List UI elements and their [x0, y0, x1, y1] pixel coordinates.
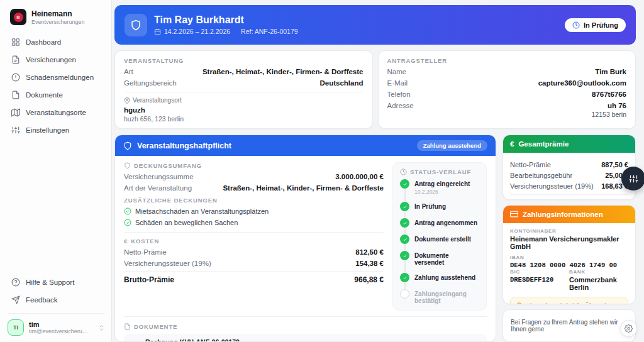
check-circle-icon	[124, 207, 131, 215]
reference-number: Ref: ANF-26-00179	[241, 28, 297, 35]
circle-icon	[400, 289, 409, 299]
premium-card: € Gesamtprämie Netto-Prämie 887,50 € Bea…	[502, 135, 636, 200]
policy-title: Veranstaltungshaftpflicht	[137, 141, 231, 150]
clock-icon	[572, 21, 580, 29]
applicant-card: ANTRAGSTELLER Name Tim Burk E-Mail captu…	[378, 50, 636, 129]
documents-section: DOKUMENTE Rechnung-KVH-ANF-26-00179 10.0…	[124, 323, 487, 342]
app-root: II Heinemann Eventversicherungen Dashboa…	[0, 0, 644, 342]
sidebar-item-einstellungen[interactable]: Einstellungen	[8, 122, 105, 138]
sidebar-item-dokumente[interactable]: Dokumente	[8, 87, 105, 103]
event-row: Geltungsbereich Deutschland	[124, 79, 364, 87]
brand: II Heinemann Eventversicherungen	[8, 8, 105, 34]
cost-row: Versicherungssteuer (19%) 154,38 €	[124, 260, 384, 267]
event-card-title: VERANSTALTUNG	[124, 57, 364, 64]
policy-card: Veranstaltungshaftpflicht Zahlung ausste…	[114, 135, 496, 342]
total-amount-row: Gesamtbetrag 1.081,13 €	[510, 199, 628, 200]
coverage-row: Art der Veranstaltung Straßen-, Heimat-,…	[124, 184, 384, 192]
iban-value: DE48 1208 0000 4026 1749 00	[510, 262, 628, 269]
help-circle-icon	[11, 278, 20, 287]
cost-row: Netto-Prämie 812,50 €	[124, 248, 384, 256]
event-row: Art Straßen-, Heimat-, Kinder-, Firmen- …	[124, 68, 364, 75]
page-title: Tim Ray Burkhardt	[154, 14, 298, 26]
gear-icon	[625, 324, 633, 333]
user-menu[interactable]: TI tim tim@eventversicherung...	[8, 313, 105, 336]
costs-title: KOSTEN	[131, 238, 159, 245]
info-icon	[516, 302, 523, 304]
settings-fab-button[interactable]	[621, 167, 644, 190]
sidebar-item-versicherungen[interactable]: Versicherungen	[8, 52, 105, 68]
send-icon	[11, 295, 20, 304]
policy-banner: Tim Ray Burkhardt 14.2.2026 – 21.2.2026 …	[114, 5, 636, 45]
premium-row: Netto-Prämie 887,50 €	[510, 161, 628, 168]
status-timeline: STATUS-VERLAUF Antrag eingereicht10.2.20…	[392, 162, 487, 311]
status-step: Dokumente versendet	[400, 251, 479, 273]
date-range: 14.2.2026 – 21.2.2026	[164, 28, 230, 35]
bic-label: BIC	[510, 269, 569, 275]
payment-note: Bitte geben Sie bei der Überweisung den …	[510, 297, 628, 304]
documents-title: DOKUMENTE	[134, 323, 177, 330]
status-step: Antrag eingereicht10.2.2026	[400, 179, 479, 202]
sidebar-item-hilfe-support[interactable]: Hilfe & Support	[8, 274, 105, 290]
bank-label: BANK	[569, 269, 628, 275]
applicant-row: Telefon 8767t6766	[387, 91, 627, 98]
sliders-icon	[629, 174, 638, 184]
calendar-icon	[154, 28, 161, 35]
premium-row: Versicherungssteuer (19%) 168,63 €	[510, 182, 628, 190]
bic-value: DRESDEFF120	[510, 276, 569, 284]
map-pin-icon	[124, 97, 130, 104]
widget-fab-button[interactable]	[620, 320, 637, 337]
sidebar-item-veranstaltungsorte[interactable]: Veranstaltungsorte	[8, 104, 105, 121]
file-text-icon	[11, 55, 20, 64]
check-icon	[400, 218, 409, 228]
coverage-check-item: Mietsachschäden an Veranstaltungsplätzen	[124, 207, 384, 215]
status-step: In Prüfung	[400, 202, 479, 218]
sidebar: II Heinemann Eventversicherungen Dashboa…	[0, 0, 112, 342]
venue-address: huzh 656, 123 berlin	[124, 115, 364, 123]
event-card: VERANSTALTUNG Art Straßen-, Heimat-, Kin…	[114, 50, 373, 129]
additional-coverage-title: ZUSÄTZLICHE DECKUNGEN	[124, 197, 384, 204]
chevrons-up-down-icon	[98, 324, 105, 331]
sidebar-item-feedback[interactable]: Feedback	[8, 292, 105, 308]
payment-status-badge: Zahlung ausstehend	[417, 140, 487, 151]
status-timeline-title: STATUS-VERLAUF	[410, 168, 471, 175]
gross-premium-row: Brutto-Prämie 966,88 €	[124, 275, 384, 284]
status-badge[interactable]: In Prüfung	[565, 18, 626, 32]
coverage-check-item: Schäden an beweglichen Sachen	[124, 219, 384, 226]
payment-card-title: Zahlungsinformationen	[523, 211, 603, 218]
brand-logo-icon: II	[10, 9, 26, 25]
user-name: tim	[29, 321, 91, 328]
document-row[interactable]: Rechnung-KVH-ANF-26-00179 10.02.2026	[124, 334, 487, 342]
applicant-row: Adresse uh 76 12153 berin	[387, 102, 627, 118]
main-content: Tim Ray Burkhardt 14.2.2026 – 21.2.2026 …	[112, 0, 644, 342]
sidebar-item-dashboard[interactable]: Dashboard	[8, 34, 105, 50]
premium-card-title: Gesamtprämie	[518, 140, 569, 148]
document-icon	[11, 91, 20, 99]
venue-label: Veranstaltungsort	[133, 97, 182, 104]
sidebar-item-label: Feedback	[26, 296, 58, 304]
status-step: Antrag angenommen	[400, 218, 479, 234]
map-icon	[11, 108, 20, 117]
status-step: Zahlung ausstehend	[400, 273, 479, 289]
applicant-row: E-Mail capture360@outlook.com	[387, 79, 627, 87]
applicant-row: Name Tim Burk	[387, 68, 627, 75]
sidebar-item-label: Dashboard	[26, 38, 61, 46]
iban-label: IBAN	[510, 255, 628, 260]
sidebar-item-label: Versicherungen	[26, 56, 76, 63]
check-icon	[400, 234, 409, 244]
check-icon	[400, 273, 409, 282]
bank-value: Commerzbank Berlin	[569, 276, 628, 291]
euro-icon: €	[124, 238, 128, 245]
brand-subtitle: Eventversicherungen	[31, 19, 85, 25]
shield-icon	[124, 162, 131, 169]
euro-icon: €	[510, 140, 514, 148]
credit-card-icon	[510, 210, 518, 218]
premium-row: Bearbeitungsgebühr 25,00 €	[510, 172, 628, 179]
account-holder-label: KONTOINHABER	[510, 228, 628, 234]
payment-info-card: Zahlungsinformationen KONTOINHABER Heine…	[502, 205, 636, 304]
user-email: tim@eventversicherung...	[29, 328, 91, 334]
check-icon	[400, 251, 409, 260]
sidebar-item-label: Dokumente	[26, 91, 63, 99]
sidebar-item-schadensmeldungen[interactable]: Schadensmeldungen	[8, 69, 105, 86]
sidebar-item-label: Veranstaltungsorte	[26, 109, 86, 116]
clock-icon	[400, 168, 407, 175]
